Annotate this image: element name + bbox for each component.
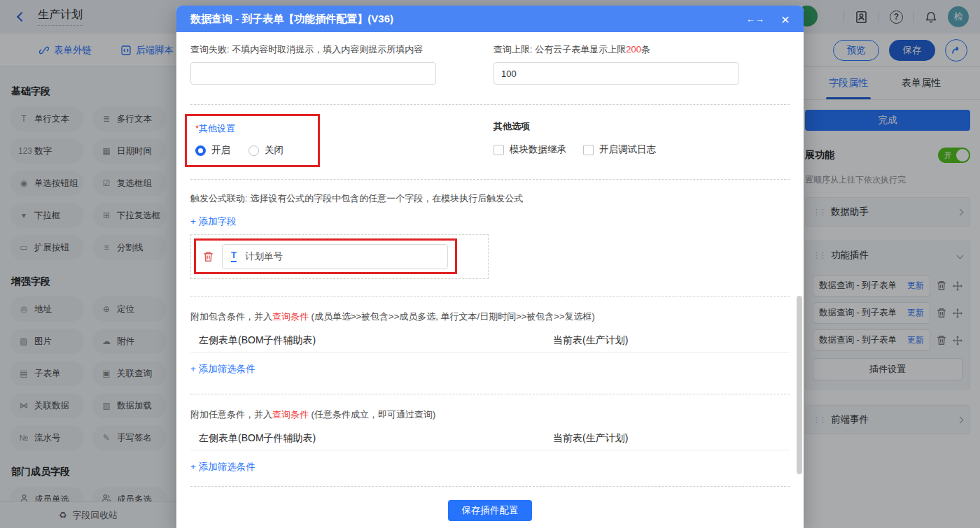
include-condition-headers: 左侧表单(BOM子件辅助表) 当前表(生产计划): [190, 329, 790, 352]
modal-footer: 保存插件配置: [176, 493, 804, 528]
save-plugin-config-button[interactable]: 保存插件配置: [448, 500, 532, 521]
radio-on-icon: [195, 145, 206, 156]
plugin-config-modal: 数据查询 - 到子表单【功能插件配置】(V36) ←→ × 查询失败: 不填内容…: [176, 6, 804, 528]
other-settings-label: 其他设置: [199, 123, 235, 134]
query-limit-label: 查询上限: 公有云子表单显示上限200条: [493, 43, 739, 56]
divider: [190, 104, 790, 105]
resize-icon[interactable]: ←→: [746, 14, 764, 24]
query-condition-link[interactable]: 查询条件: [272, 311, 309, 322]
modal-scrollbar[interactable]: [797, 296, 802, 474]
any-condition-desc: 附加任意条件，并入查询条件 (任意条件成立，即可通过查询): [190, 408, 790, 421]
formula-field-name: 计划单号: [245, 250, 283, 263]
divider: [190, 394, 790, 394]
divider: [190, 179, 790, 180]
annotation-box-other-settings: *其他设置 开启 关闭: [185, 114, 320, 167]
divider: [190, 296, 790, 297]
any-condition-headers: 左侧表单(BOM子件辅助表) 当前表(生产计划): [190, 427, 790, 450]
left-form-header: 左侧表单(BOM子件辅助表): [199, 432, 316, 445]
modal-title: 数据查询 - 到子表单【功能插件配置】(V36): [190, 13, 746, 26]
current-form-header: 当前表(生产计划): [553, 334, 628, 347]
delete-field-icon[interactable]: [203, 251, 214, 262]
checkbox-debug-log[interactable]: 开启调试日志: [583, 143, 656, 156]
checkbox-module-inherit[interactable]: 模块数据继承: [493, 143, 566, 156]
close-icon[interactable]: ×: [781, 12, 790, 27]
query-limit-input[interactable]: [493, 62, 739, 85]
formula-field-chip[interactable]: T 计划单号: [222, 244, 448, 269]
radio-enable[interactable]: 开启: [195, 144, 230, 157]
annotation-box-field: T 计划单号: [194, 238, 457, 274]
single-line-text-icon: T: [231, 250, 237, 262]
divider: [190, 486, 790, 487]
radio-off-icon: [248, 145, 259, 156]
other-options-label: 其他选项: [493, 120, 656, 133]
limit-highlight: 200: [626, 44, 641, 55]
current-form-header: 当前表(生产计划): [553, 432, 628, 445]
query-fail-input[interactable]: [190, 62, 436, 85]
left-form-header: 左侧表单(BOM子件辅助表): [199, 334, 316, 347]
add-filter-link[interactable]: + 添加筛选条件: [190, 461, 255, 473]
checkbox-icon: [493, 145, 504, 155]
add-filter-link[interactable]: + 添加筛选条件: [190, 363, 255, 376]
formula-fields-container: T 计划单号: [190, 234, 489, 279]
formula-trigger-desc: 触发公式联动: 选择设有公式的字段中包含的任意一个字段，在模块执行后触发公式: [190, 192, 790, 205]
include-condition-desc: 附加包含条件，并入查询条件 (成员单选>>被包含>>成员多选, 单行文本/日期时…: [190, 311, 790, 323]
modal-body: 查询失败: 不填内容时取消提示，填入内容则提示所填内容 查询上限: 公有云子表单…: [176, 32, 804, 493]
modal-header: 数据查询 - 到子表单【功能插件配置】(V36) ←→ ×: [176, 6, 804, 32]
add-field-link[interactable]: + 添加字段: [190, 215, 237, 228]
radio-disable[interactable]: 关闭: [248, 144, 284, 157]
checkbox-icon: [583, 145, 594, 155]
query-fail-label: 查询失败: 不填内容时取消提示，填入内容则提示所填内容: [190, 43, 436, 56]
query-condition-link[interactable]: 查询条件: [272, 409, 309, 420]
